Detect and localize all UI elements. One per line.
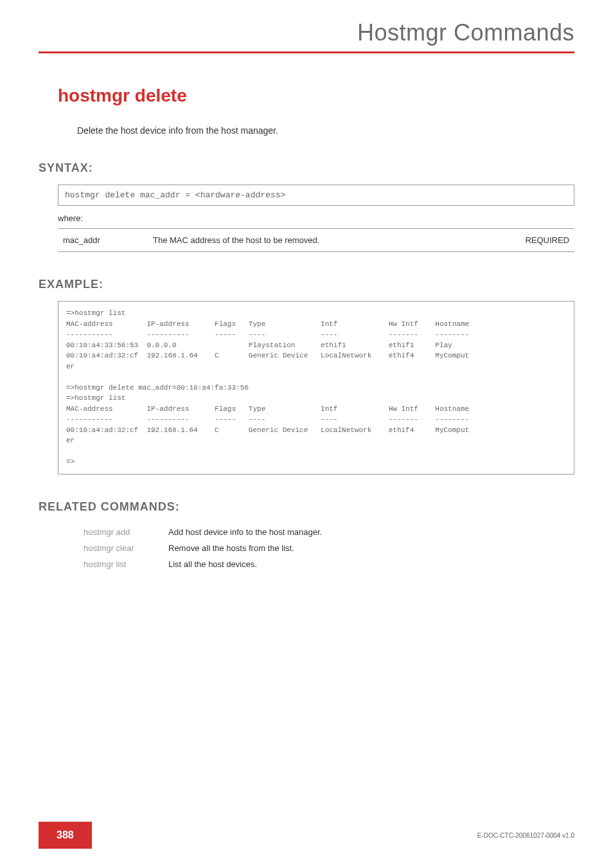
- page-number: 388: [39, 822, 92, 849]
- param-req: REQUIRED: [510, 229, 574, 252]
- related-desc: List all the host devices.: [163, 557, 327, 572]
- command-description: Delete the host device info from the hos…: [77, 125, 574, 136]
- related-desc: Add host device info to the host manager…: [163, 525, 327, 539]
- related-cmd: hostmgr list: [78, 557, 162, 572]
- syntax-code-box: hostmgr delete mac_addr = <hardware-addr…: [58, 185, 574, 206]
- related-cmd: hostmgr add: [78, 525, 162, 539]
- content-area: hostmgr delete Delete the host device in…: [0, 53, 613, 573]
- page-footer: 388 E-DOC-CTC-20061027-0004 v1.0: [0, 822, 613, 849]
- related-commands-table: hostmgr add Add host device info to the …: [77, 523, 328, 573]
- table-row: hostmgr clear Remove all the hosts from …: [78, 541, 327, 556]
- table-row: mac_addr The MAC address of the host to …: [58, 229, 574, 252]
- footer-docref: E-DOC-CTC-20061027-0004 v1.0: [477, 832, 574, 839]
- related-cmd: hostmgr clear: [78, 541, 162, 556]
- param-name: mac_addr: [58, 229, 148, 252]
- related-heading: RELATED COMMANDS:: [39, 500, 574, 514]
- example-code-box: =>hostmgr list MAC-address IP-address Fl…: [58, 301, 574, 475]
- param-desc: The MAC address of the host to be remove…: [148, 229, 510, 252]
- table-row: hostmgr add Add host device info to the …: [78, 525, 327, 539]
- param-table: mac_addr The MAC address of the host to …: [58, 228, 574, 252]
- page-header: Hostmgr Commands: [0, 0, 613, 53]
- related-desc: Remove all the hosts from the list.: [163, 541, 327, 556]
- example-heading: EXAMPLE:: [39, 278, 574, 291]
- where-label: where:: [58, 213, 574, 223]
- table-row: hostmgr list List all the host devices.: [78, 557, 327, 572]
- command-title: hostmgr delete: [58, 86, 574, 106]
- header-title: Hostmgr Commands: [39, 19, 574, 46]
- syntax-heading: SYNTAX:: [39, 161, 574, 175]
